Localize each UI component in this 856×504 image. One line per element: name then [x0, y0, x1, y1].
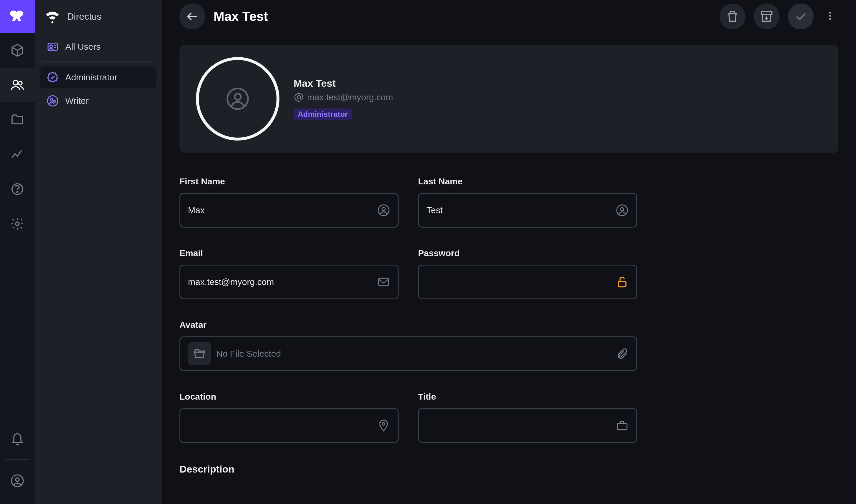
field-label: Email [179, 248, 398, 258]
back-button[interactable] [179, 3, 205, 30]
field-email: Email [179, 248, 398, 299]
sidebar-item-label: Writer [65, 96, 89, 106]
title-input-wrapper[interactable] [418, 408, 637, 443]
archive-icon [760, 10, 774, 23]
attach-icon [616, 347, 629, 360]
mail-icon [377, 275, 390, 288]
field-location: Location [179, 392, 398, 443]
svg-point-15 [829, 18, 831, 20]
rail-item-collections[interactable] [0, 33, 35, 68]
field-label: Title [418, 392, 637, 402]
field-label: Last Name [418, 176, 637, 186]
svg-point-4 [16, 222, 19, 226]
svg-point-13 [829, 12, 831, 14]
email-input[interactable] [188, 277, 372, 287]
sidebar-item-administrator[interactable]: Administrator [40, 67, 157, 88]
rail-item-settings[interactable] [0, 206, 35, 241]
field-last-name: Last Name [418, 176, 637, 228]
nav-rail [0, 0, 35, 504]
more-button[interactable] [822, 11, 838, 22]
bell-icon [10, 431, 24, 446]
svg-point-1 [19, 82, 22, 85]
svg-rect-23 [379, 278, 389, 286]
svg-point-10 [50, 98, 53, 101]
rail-items [0, 33, 35, 241]
open-folder-button[interactable] [188, 342, 211, 365]
rail-item-notifications[interactable] [0, 421, 35, 456]
user-card: Max Test max.test@myorg.com Administrato… [179, 45, 838, 153]
first-name-input[interactable] [188, 205, 372, 215]
more-vert-icon [825, 11, 835, 21]
password-input-wrapper[interactable] [418, 265, 637, 299]
users-badge-icon [47, 40, 59, 53]
lock-open-icon [616, 275, 629, 288]
users-icon [10, 78, 24, 92]
person-circle-icon [225, 87, 250, 111]
wifi-icon [45, 9, 60, 24]
supervised-user-icon [47, 95, 59, 107]
svg-point-0 [13, 80, 18, 85]
avatar-placeholder[interactable] [196, 57, 280, 141]
avatar-file-input[interactable]: No File Selected [179, 336, 637, 371]
rail-item-files[interactable] [0, 102, 35, 137]
field-label: Avatar [179, 320, 637, 330]
chart-line-icon [10, 147, 24, 161]
delete-button[interactable] [719, 3, 745, 30]
svg-rect-12 [761, 12, 772, 15]
folder-icon [10, 113, 24, 127]
pin-icon [377, 419, 390, 432]
box-icon [10, 43, 24, 57]
user-card-info: Max Test max.test@myorg.com Administrato… [293, 78, 393, 120]
email-input-wrapper[interactable] [179, 265, 398, 299]
svg-point-11 [54, 100, 56, 102]
rail-item-docs[interactable] [0, 172, 35, 206]
user-card-email-text: max.test@myorg.com [307, 92, 393, 102]
briefcase-icon [616, 419, 629, 432]
last-name-input-wrapper[interactable] [418, 193, 637, 228]
svg-point-5 [12, 475, 23, 487]
at-icon [293, 92, 304, 103]
arrow-left-icon [185, 10, 199, 23]
rail-item-insights[interactable] [0, 137, 35, 172]
sidebar-list: All Users Administrator Writer [35, 33, 162, 115]
field-label: Password [418, 248, 637, 258]
svg-point-18 [297, 95, 301, 99]
svg-point-6 [16, 478, 19, 481]
svg-point-17 [235, 94, 241, 100]
last-name-input[interactable] [427, 205, 610, 215]
account-circle-icon [10, 474, 24, 488]
location-input-wrapper[interactable] [179, 408, 398, 443]
title-input[interactable] [427, 420, 610, 431]
svg-point-14 [829, 15, 831, 17]
form-grid: First Name Last Name Email [179, 176, 637, 443]
check-icon [793, 10, 808, 23]
field-first-name: First Name [179, 176, 398, 228]
archive-button[interactable] [754, 3, 780, 30]
password-input[interactable] [427, 277, 610, 287]
verified-icon [47, 71, 59, 84]
sidebar-item-label: Administrator [65, 72, 118, 82]
rail-footer [0, 421, 35, 504]
rail-item-account[interactable] [0, 464, 35, 498]
field-password: Password [418, 248, 637, 299]
gear-icon [10, 217, 24, 231]
sidebar-item-writer[interactable]: Writer [40, 90, 157, 112]
first-name-input-wrapper[interactable] [179, 193, 398, 228]
svg-point-3 [17, 192, 18, 192]
user-card-name: Max Test [293, 78, 393, 89]
save-button[interactable] [788, 3, 814, 30]
app-logo[interactable] [0, 0, 35, 33]
svg-point-16 [227, 89, 248, 109]
field-title: Title [418, 392, 637, 443]
page-title: Max Test [214, 9, 268, 24]
sidebar-item-all-users[interactable]: All Users [40, 36, 157, 58]
rail-item-users[interactable] [0, 68, 35, 102]
person-circle-icon [377, 204, 390, 217]
svg-point-19 [378, 205, 389, 216]
sidebar-divider [42, 61, 154, 62]
location-input[interactable] [188, 420, 372, 431]
role-badge: Administrator [293, 108, 352, 120]
svg-point-8 [50, 45, 52, 48]
svg-point-25 [382, 422, 385, 425]
svg-point-21 [617, 205, 628, 216]
